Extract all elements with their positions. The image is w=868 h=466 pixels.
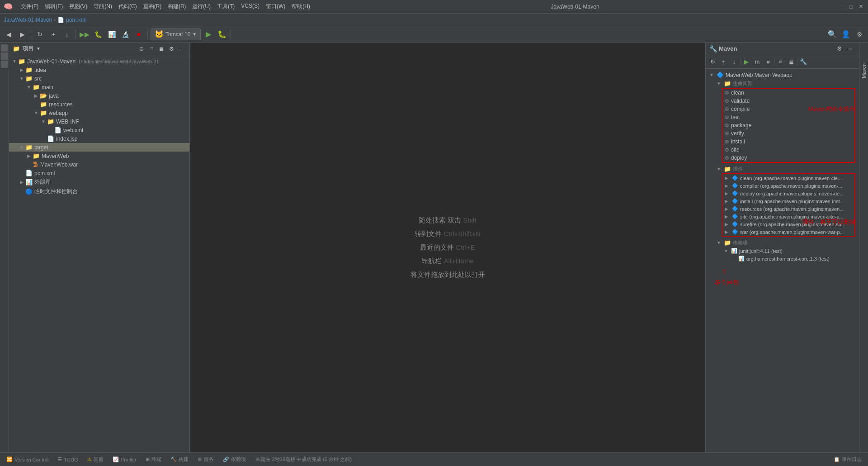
breadcrumb-project[interactable]: JavaWeb-01-Maven (4, 17, 52, 23)
breadcrumb-file[interactable]: pom.xml (66, 17, 86, 23)
maven-expand-btn[interactable]: ≡ (775, 57, 785, 67)
maven-dependencies-header[interactable]: ▼ 📁 依赖项 (706, 238, 859, 247)
maven-dep-hamcrest[interactable]: 📊 org.hamcrest:hamcrest-core:1.3 (test) (706, 255, 859, 262)
maven-tab-vertical[interactable]: Maven (860, 61, 868, 81)
panel-action-expand[interactable]: ≡ (147, 44, 156, 53)
restore-btn[interactable]: □ (847, 3, 854, 10)
maven-collapse-btn[interactable]: ≣ (786, 57, 796, 67)
tree-root[interactable]: ▼ 📁 JavaWeb-01-Maven D:\ideafiles\MavenW… (9, 57, 189, 66)
status-issues[interactable]: ⚠ 问题 (85, 455, 106, 464)
tree-toggle-idea[interactable]: ▶ (18, 67, 25, 72)
tree-toggle-src[interactable]: ▼ (18, 76, 25, 81)
tree-webinf[interactable]: ▼ 📁 WEB-INF (9, 117, 189, 126)
tree-idea[interactable]: ▶ 📁 .idea (9, 66, 189, 74)
tree-scratch[interactable]: 🔵 临时文件和控制台 (9, 187, 189, 196)
menu-window[interactable]: 窗口(W) (263, 2, 288, 11)
menu-run[interactable]: 运行(U) (189, 2, 213, 11)
maven-test[interactable]: ⚙ test (723, 113, 854, 121)
maven-settings-btn[interactable]: ⚙ (835, 44, 844, 54)
toolbar-debug-tomcat[interactable]: 🐛 (216, 29, 228, 40)
menu-code[interactable]: 代码(C) (116, 2, 140, 11)
panel-action-collapse[interactable]: ≣ (157, 44, 166, 53)
status-event-log[interactable]: 📋 事件日志 (831, 455, 864, 464)
maven-download-btn[interactable]: ↓ (729, 57, 739, 67)
toolbar-back[interactable]: ◀ (3, 29, 14, 40)
menu-refactor[interactable]: 重构(R) (141, 2, 165, 11)
status-version-control[interactable]: 🔀 Version Control (4, 456, 51, 463)
maven-plugin-deploy[interactable]: ▶ 🔷 deploy (org.apache.maven.plugins:mav… (723, 190, 854, 197)
toolbar-refresh[interactable]: ↻ (34, 29, 46, 40)
tree-indexjsp[interactable]: 📄 index.jsp (9, 134, 189, 143)
tree-target[interactable]: ▼ 📁 target (9, 143, 189, 152)
tree-webxml[interactable]: 📄 web.xml (9, 126, 189, 134)
panel-dropdown-icon[interactable]: ▼ (36, 46, 41, 51)
tree-java[interactable]: ▶ 📂 java (9, 91, 189, 100)
toolbar-user[interactable]: 👤 (840, 29, 852, 40)
maven-refresh-btn[interactable]: ↻ (708, 57, 717, 67)
maven-plugin-clean[interactable]: ▶ 🔷 clean (org.apache.maven.plugins:mave… (723, 174, 854, 182)
maven-plugins-header[interactable]: ▼ 📁 插件 (706, 165, 859, 173)
maven-plugin-compiler[interactable]: ▶ 🔷 compiler (org.apache.maven.plugins:m… (723, 182, 854, 190)
tree-toggle-webinf[interactable]: ▼ (40, 119, 47, 124)
maven-plugin-install[interactable]: ▶ 🔷 install (org.apache.maven.plugins:ma… (723, 197, 854, 205)
maven-site[interactable]: ⚙ site (723, 146, 854, 154)
maven-hide-btn[interactable]: ─ (845, 44, 855, 54)
tree-toggle-target[interactable]: ▼ (18, 145, 25, 150)
toolbar-forward[interactable]: ▶ (16, 29, 28, 40)
menu-file[interactable]: 文件(F) (18, 2, 41, 11)
status-build[interactable]: 🔨 构建 (168, 455, 191, 464)
menu-build[interactable]: 构建(B) (165, 2, 189, 11)
maven-package[interactable]: ⚙ package (723, 121, 854, 129)
tree-mavenweb-war[interactable]: 🗜 MavenWeb.war (9, 160, 189, 169)
maven-plugin-resources[interactable]: ▶ 🔷 resources (org.apache.maven.plugins:… (723, 205, 854, 213)
maven-verify[interactable]: ⚙ verify (723, 129, 854, 138)
maven-compile[interactable]: ⚙ compile (723, 105, 854, 113)
maven-plugin-site[interactable]: ▶ 🔷 site (org.apache.maven.plugins:maven… (723, 213, 854, 220)
left-strip-icon1[interactable] (1, 44, 8, 52)
toolbar-stop[interactable]: ■ (133, 29, 145, 40)
menu-help[interactable]: 帮助(H) (289, 2, 313, 11)
tree-resources[interactable]: 📁 resources (9, 100, 189, 109)
maven-wrench-btn[interactable]: 🔧 (798, 57, 808, 67)
menu-vcs[interactable]: VCS(S) (238, 2, 262, 11)
toolbar-settings[interactable]: ⚙ (854, 29, 865, 40)
toolbar-debug[interactable]: 🐛 (92, 29, 104, 40)
toolbar-profile[interactable]: 📊 (106, 29, 118, 40)
toolbar-download[interactable]: ↓ (61, 29, 73, 40)
menu-tools[interactable]: 工具(T) (214, 2, 237, 11)
tree-external-libs[interactable]: ▶ 📊 外部库 (9, 177, 189, 187)
tree-toggle-main[interactable]: ▼ (25, 85, 33, 90)
tree-src[interactable]: ▼ 📁 src (9, 74, 189, 83)
toolbar-add[interactable]: + (47, 29, 59, 40)
toolbar-coverage[interactable]: 🔬 (119, 29, 131, 40)
status-dependencies[interactable]: 🔗 依赖项 (220, 455, 249, 464)
maven-add-btn[interactable]: + (718, 57, 728, 67)
menu-edit[interactable]: 编辑(E) (42, 2, 66, 11)
maven-lifecycle-header[interactable]: ▼ 📁 生命周期 (706, 79, 859, 88)
tree-mavenweb-folder[interactable]: ▶ 📁 MavenWeb (9, 152, 189, 160)
tree-toggle-root[interactable]: ▼ (11, 59, 18, 64)
menu-nav[interactable]: 导航(N) (91, 2, 115, 11)
tree-toggle-java[interactable]: ▶ (33, 93, 40, 98)
tree-toggle-extlibs[interactable]: ▶ (18, 180, 25, 185)
maven-plugin-war[interactable]: ▶ 🔷 war (org.apache.maven.plugins:maven-… (723, 228, 854, 236)
maven-install[interactable]: ⚙ install (723, 138, 854, 146)
tree-toggle-webapp[interactable]: ▼ (33, 110, 40, 115)
panel-action-locate[interactable]: ⊙ (137, 44, 146, 53)
toolbar-search[interactable]: 🔍 (826, 29, 838, 40)
status-profiler[interactable]: 📈 Profiler (110, 456, 139, 463)
maven-clean[interactable]: ⚙ clean (723, 89, 854, 97)
status-services[interactable]: ⚙ 服务 (195, 455, 217, 464)
left-strip-icon3[interactable] (1, 61, 8, 68)
left-strip-icon2[interactable] (1, 52, 8, 60)
close-btn[interactable]: ✕ (857, 3, 864, 10)
status-terminal[interactable]: ⊞ 终端 (143, 455, 164, 464)
status-todo[interactable]: ☰ TODO (55, 456, 81, 463)
panel-action-hide[interactable]: ─ (177, 44, 186, 53)
tree-pom[interactable]: 📄 pom.xml (9, 169, 189, 177)
minimize-btn[interactable]: ─ (837, 3, 844, 10)
toolbar-play-all[interactable]: ▶▶ (79, 29, 90, 40)
maven-dep-junit[interactable]: ▼ 📊 junit:junit:4.11 (test) (706, 247, 859, 255)
tree-toggle-mavenweb-folder[interactable]: ▶ (25, 153, 33, 158)
maven-run-btn[interactable]: ▶ (741, 57, 751, 67)
